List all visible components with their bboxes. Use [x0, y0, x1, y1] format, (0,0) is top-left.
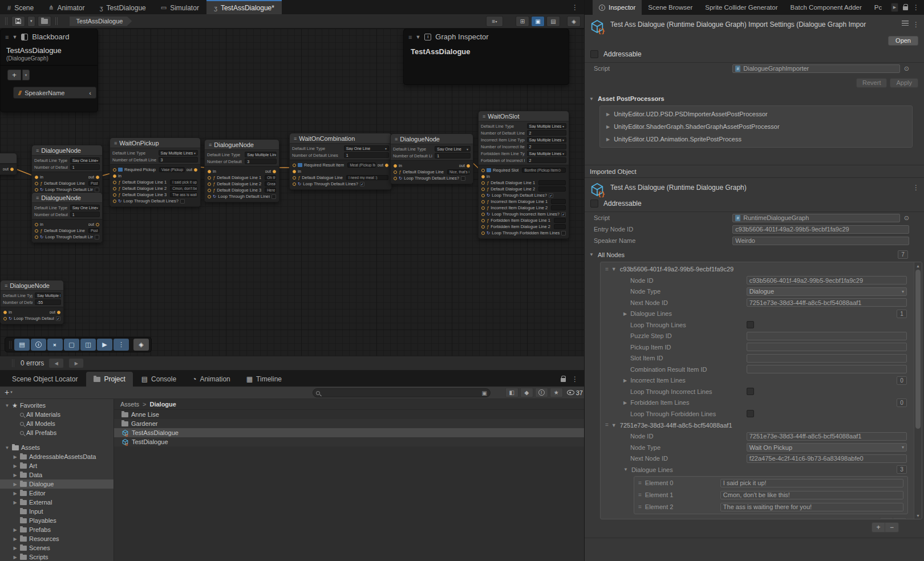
port-value-field[interactable]: Nice, that's it!	[447, 169, 470, 174]
apply-button[interactable]: Apply	[890, 78, 918, 88]
tab-console[interactable]: ▤Console	[134, 372, 184, 387]
kebab-menu-icon[interactable]: ⋮	[566, 3, 584, 11]
foldout-incorrect-item-lines[interactable]: ▶Incorrect Item Lines0	[601, 375, 913, 387]
kebab-menu-icon[interactable]: ⋮	[913, 184, 919, 192]
port-value-field[interactable]	[538, 180, 566, 185]
addressable-checkbox[interactable]	[590, 200, 598, 208]
port-value-field[interactable]: Bonfire (Pickup Item⊙	[522, 168, 566, 173]
input-port[interactable]	[293, 170, 296, 173]
next-error-button[interactable]: ▶	[68, 358, 84, 368]
port-value-field[interactable]	[551, 205, 566, 210]
property-dropdown[interactable]: Say Multiple Lines▾	[527, 137, 567, 143]
port-checkbox[interactable]: ✓	[561, 212, 566, 217]
label-filter-button[interactable]: ◆	[520, 388, 533, 397]
open-search-window-icon[interactable]: ▣	[482, 390, 487, 396]
blackboard-header[interactable]: ≡ ▼ Blackboard	[1, 29, 98, 44]
sidebar-item-external[interactable]: ▶External	[0, 498, 114, 507]
inspector-tab-inspector[interactable]: iInspector	[593, 0, 642, 15]
input-port[interactable]	[35, 229, 38, 233]
port-value-field[interactable]: Meat (Pickup Item Data)⊙	[347, 162, 375, 168]
postprocessor-item[interactable]: ▶UnityEditor.U2D.PSD.PSDImporterAssetPos…	[600, 108, 912, 120]
port-value-field[interactable]	[554, 224, 566, 229]
sidebar-item-prefabs[interactable]: ▶Prefabs	[0, 525, 114, 534]
output-port[interactable]	[96, 223, 99, 226]
grid-view-button[interactable]: ⊞	[516, 16, 529, 27]
tab-project[interactable]: Project	[86, 372, 132, 387]
layout-button[interactable]: ◫	[80, 339, 96, 351]
foldout-arrow-icon[interactable]: ▼	[5, 403, 10, 408]
port-value-field[interactable]: Vase (Pickup Item Datab⊙	[159, 167, 185, 172]
graph-node-wait-on-slot[interactable]: ≡WaitOnSlotDefault Line TypeSay Multiple…	[478, 111, 569, 239]
input-port[interactable]	[3, 311, 7, 314]
port-checkbox[interactable]	[271, 194, 276, 199]
sidebar-item-playables[interactable]: Playables	[0, 516, 114, 525]
output-port[interactable]	[194, 168, 197, 172]
port-checkbox[interactable]: ✓	[549, 193, 553, 198]
sidebar-item-favorites[interactable]: ▼★Favorites	[0, 401, 114, 410]
input-port[interactable]	[208, 176, 211, 180]
port-checkbox[interactable]: ✓	[360, 182, 364, 186]
previous-error-button[interactable]: ◀	[48, 358, 64, 368]
port-checkbox[interactable]	[95, 235, 99, 239]
row-dropdown[interactable]: Wait On Pickup▾	[747, 443, 907, 452]
input-port[interactable]	[481, 188, 485, 191]
breadcrumb-root[interactable]: Assets	[120, 401, 139, 408]
graph-node-dialogue-node-2[interactable]: ≡DialogueNodeDefault Line TypeSay One Li…	[31, 192, 103, 243]
input-port[interactable]	[208, 170, 211, 173]
row-field[interactable]: 7251e73e-38d3-44ff-a8c5-bcf54088aaf1	[747, 432, 907, 441]
port-value-field[interactable]: Cmon, don't be like this!	[170, 186, 197, 191]
file-item-anne-lise[interactable]: Anne Lise	[114, 410, 584, 419]
property-dropdown[interactable]: Say Multiple Lines▾	[527, 151, 567, 156]
sidebar-item-all-materials[interactable]: All Materials	[0, 410, 114, 419]
tools-button[interactable]: +	[47, 339, 63, 351]
inspector-tab-batch-component-adder[interactable]: Batch Component Adder	[784, 0, 868, 15]
sidebar-item-scenes[interactable]: ▶Scenes	[0, 543, 114, 552]
create-asset-button[interactable]: +▾	[5, 388, 13, 397]
row-checkbox[interactable]	[747, 321, 754, 328]
frame-all-button[interactable]: ◈	[567, 16, 581, 27]
property-field[interactable]: 3	[159, 157, 198, 162]
object-picker-icon[interactable]: ⊙	[904, 65, 909, 72]
foldout-arrow-icon[interactable]: ▶	[13, 491, 18, 496]
input-port[interactable]	[35, 223, 38, 226]
input-port[interactable]	[35, 188, 38, 192]
port-checkbox[interactable]	[180, 199, 185, 204]
foldout-arrow-icon[interactable]: ▶	[13, 454, 18, 460]
collapse-chevron-icon[interactable]: ‹	[89, 90, 91, 96]
property-dropdown[interactable]: Say One Line▾	[435, 146, 471, 152]
element-field[interactable]: Cmon, don't be like this!	[720, 491, 903, 499]
port-value-field[interactable]: Oh thank yo	[265, 175, 276, 180]
node-title[interactable]: ≡DialogueNode	[32, 145, 102, 156]
row-field[interactable]: Weirdo	[732, 237, 909, 245]
nodes-scrollbar[interactable]: ▲ ▼	[914, 262, 922, 519]
property-dropdown[interactable]: Say Multiple Lines▾	[245, 152, 277, 157]
sidebar-item-input[interactable]: Input	[0, 507, 114, 516]
file-item-testdialogue[interactable]: {}TestDialogue	[114, 437, 584, 446]
port-value-field[interactable]: Psst boy... W	[88, 228, 99, 233]
input-port[interactable]	[293, 176, 296, 180]
inspector-tab-pc[interactable]: Pc	[868, 0, 882, 15]
list-options-button[interactable]: ≡ ▾	[486, 16, 503, 27]
port-checkbox[interactable]	[461, 176, 465, 181]
visibility-counter[interactable]: 37	[565, 389, 583, 396]
sidebar-item-dialogue[interactable]: ▶Dialogue	[0, 479, 114, 489]
input-port[interactable]	[35, 235, 38, 239]
input-port[interactable]	[113, 193, 116, 197]
port-value-field[interactable]	[551, 199, 566, 204]
property-field[interactable]: 1	[344, 152, 389, 158]
presets-icon[interactable]	[902, 21, 909, 26]
kebab-menu-icon[interactable]: ⋮	[572, 375, 578, 383]
editor-tab-simulator[interactable]: ▭Simulator	[153, 0, 206, 14]
element-field[interactable]: I said pick it up!	[720, 479, 903, 487]
scrollbar-thumb[interactable]	[915, 270, 921, 429]
foldout-arrow-icon[interactable]: ▶	[13, 473, 18, 478]
foldout-arrow-icon[interactable]: ▶	[13, 527, 18, 532]
element-field[interactable]: The ass is waiting there for you!	[720, 503, 903, 511]
lock-icon[interactable]	[561, 378, 566, 382]
port-value-field[interactable]: The ass is waiting there for	[170, 192, 197, 197]
input-port[interactable]	[35, 182, 38, 185]
property-dropdown[interactable]: Say One Line▾	[344, 145, 389, 151]
add-property-button[interactable]: +	[7, 70, 21, 80]
node-title[interactable]: ≡WaitOnSlot	[479, 111, 569, 121]
input-port[interactable]	[35, 176, 38, 179]
